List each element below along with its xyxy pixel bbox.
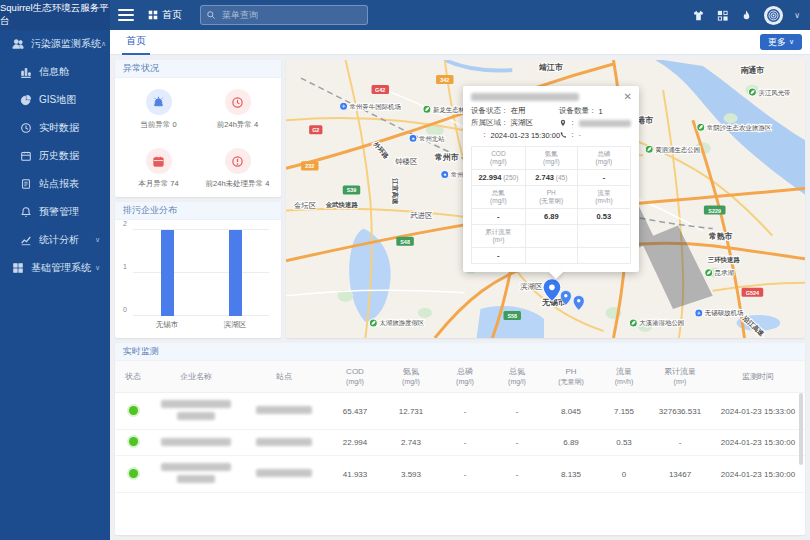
sidebar-item-label: 统计分析 <box>39 233 79 247</box>
table-scrollbar[interactable] <box>799 393 803 465</box>
caret-down-icon: ∨ <box>95 264 100 272</box>
map-poi-airport[interactable]: ✈常州奔牛国际机场 <box>340 102 401 111</box>
sidebar-item-label: 污染源监测系统 <box>31 37 101 51</box>
table-row[interactable]: 22.9942.743--6.890.53-2024-01-23 15:30:0… <box>115 430 805 456</box>
redacted-enterprise-name <box>161 400 231 408</box>
map-label: 武进区 <box>410 211 433 220</box>
road-shield: G2 <box>309 125 322 134</box>
sidebar-item-pie[interactable]: GIS地图 <box>0 86 110 114</box>
redacted-enterprise-name <box>177 475 215 483</box>
svg-text:常州奔牛国际机场: 常州奔牛国际机场 <box>350 103 401 111</box>
tab-home[interactable]: 首页 <box>122 29 150 55</box>
abnormal-stat-3[interactable]: 前24h未处理异常 4 <box>198 139 277 197</box>
table-row[interactable]: 65.43712.731--8.0457.155327636.5312024-0… <box>115 393 805 430</box>
svg-text:太湖旅游度假区: 太湖旅游度假区 <box>379 319 425 327</box>
grid-icon <box>148 10 158 20</box>
svg-text:●: ● <box>412 135 415 141</box>
svg-text:342: 342 <box>440 77 449 83</box>
map-poi-park[interactable]: 滨江风光带 <box>748 88 791 97</box>
road-shield: G42 <box>372 85 389 94</box>
table-cell: - <box>491 430 543 456</box>
menu-search[interactable] <box>200 5 368 25</box>
flame-icon[interactable] <box>740 9 753 22</box>
map-poi-park[interactable]: 常阴沙生态农业旅游区 <box>697 123 772 132</box>
abnormal-stat-2[interactable]: 本月异常 74 <box>119 139 198 197</box>
search-icon <box>206 10 216 20</box>
topbar: 首页 ∨ <box>110 0 810 30</box>
stat-label: 前24h未处理异常 4 <box>206 179 270 189</box>
sidebar-item-dashboard[interactable]: 信息舱 <box>0 58 110 86</box>
road-shield: G524 <box>742 288 764 297</box>
theme-shirt-icon[interactable] <box>692 9 705 22</box>
map-poi-park[interactable]: 新龙生态林 <box>423 105 466 113</box>
hamburger-menu-icon[interactable] <box>118 6 134 24</box>
sidebar-item-label: GIS地图 <box>39 93 76 107</box>
stat-label: 当前异常 0 <box>140 120 176 130</box>
road-shield: 342 <box>436 75 453 84</box>
more-button[interactable]: 更多 ∨ <box>760 34 802 50</box>
table-cell: 41.933 <box>327 456 383 493</box>
map-label: 三环快速路 <box>708 256 741 264</box>
sidebar-item-label: 站点报表 <box>39 177 79 191</box>
redacted-enterprise-name <box>161 438 231 446</box>
breadcrumb[interactable]: 首页 <box>148 8 182 22</box>
abnormal-stat-1[interactable]: 前24h异常 4 <box>198 80 277 139</box>
map[interactable]: G42G2342G346232S39S48S19G40S229S58G524 ✈… <box>286 60 805 338</box>
search-input[interactable] <box>220 9 344 21</box>
popup-close-icon[interactable]: ✕ <box>624 92 632 102</box>
road-shield: 232 <box>301 161 318 170</box>
table-cell: 2.743 <box>383 430 439 456</box>
map-label: 常熟市 <box>709 231 733 241</box>
svg-text:昆承湖: 昆承湖 <box>715 269 734 277</box>
chart-xlabel: 无锡市 <box>156 320 179 330</box>
svg-text:S39: S39 <box>347 187 357 193</box>
table-cell: 2024-01-23 15:30:00 <box>711 456 805 493</box>
chart-ytick: 0 <box>123 306 127 313</box>
map-poi-station[interactable]: ●常州北站 <box>409 134 445 143</box>
svg-text:黄泗浦生态公园: 黄泗浦生态公园 <box>655 146 700 154</box>
sidebar: 污染源监测系统∧信息舱GIS地图实时数据历史数据站点报表预警管理统计分析∨基础管… <box>0 30 110 540</box>
chart-gridline <box>133 315 269 316</box>
abnormal-status-card: 异常状况 当前异常 0前24h异常 4本月异常 74前24h未处理异常 4 <box>115 60 281 197</box>
svg-text:滨江风光带: 滨江风光带 <box>758 89 791 97</box>
redacted-station-name <box>256 438 312 446</box>
chart-gridline <box>133 229 269 230</box>
sidebar-item-users[interactable]: 污染源监测系统∧ <box>0 30 110 58</box>
popup-field-设备状态: 设备状态：在用 <box>471 106 559 116</box>
chart-title: 排污企业分布 <box>115 202 281 220</box>
user-avatar[interactable] <box>764 6 783 25</box>
sidebar-item-system[interactable]: 基础管理系统∨ <box>0 254 110 282</box>
svg-text:✈: ✈ <box>697 310 701 316</box>
table-cell: 12.731 <box>383 393 439 430</box>
map-label: 钟楼区 <box>394 157 418 166</box>
road-shield: S48 <box>396 237 413 246</box>
svg-text:S58: S58 <box>507 313 517 319</box>
user-caret-down-icon[interactable]: ∨ <box>794 11 800 20</box>
map-label: 靖江市 <box>538 62 563 72</box>
table-cell: - <box>439 430 491 456</box>
table-cell: - <box>439 456 491 493</box>
svg-text:●: ● <box>443 171 446 177</box>
layout-icon[interactable] <box>716 9 729 22</box>
svg-text:G524: G524 <box>746 290 760 296</box>
status-dot-online <box>129 406 138 415</box>
abnormal-stat-0[interactable]: 当前异常 0 <box>119 80 198 139</box>
sidebar-item-report[interactable]: 站点报表 <box>0 170 110 198</box>
column-header: 流量(m³/h) <box>599 361 649 393</box>
sidebar-item-clock[interactable]: 实时数据 <box>0 114 110 142</box>
redacted-station-name <box>256 469 312 477</box>
svg-text:G2: G2 <box>312 127 319 133</box>
bar-chart: 012无锡市滨湖区 <box>133 230 269 316</box>
sidebar-item-alert[interactable]: 预警管理 <box>0 198 110 226</box>
realtime-title: 实时监测 <box>115 343 805 361</box>
sidebar-item-stats[interactable]: 统计分析∨ <box>0 226 110 254</box>
column-header: 累计流量(m³) <box>649 361 711 393</box>
sidebar-item-history[interactable]: 历史数据 <box>0 142 110 170</box>
table-cell: - <box>491 393 543 430</box>
svg-text:✈: ✈ <box>341 103 345 109</box>
svg-text:232: 232 <box>305 163 314 169</box>
map-poi-park[interactable]: 昆承湖 <box>705 269 734 278</box>
popup-field-phone: ：· <box>559 130 631 140</box>
table-row[interactable]: 41.9333.593--8.1350134672024-01-23 15:30… <box>115 456 805 493</box>
popup-metrics-table: COD(mg/l)氨氮(mg/l)总磷(mg/l)22.994 (250)2.7… <box>471 146 631 264</box>
